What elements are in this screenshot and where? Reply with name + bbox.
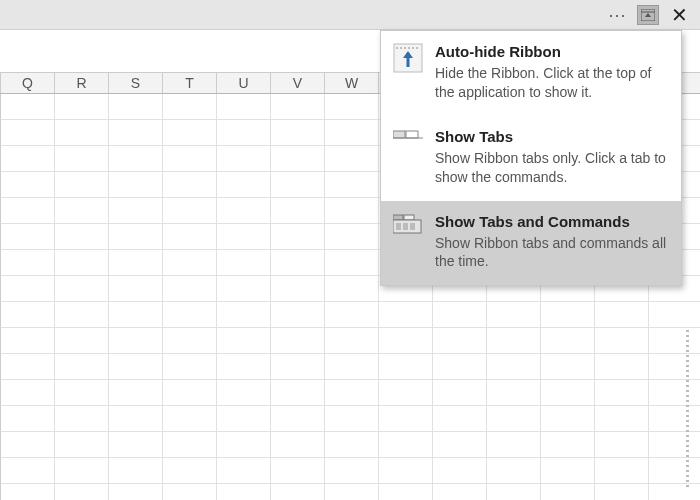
cell[interactable]	[163, 198, 217, 224]
cell[interactable]	[271, 198, 325, 224]
cell[interactable]	[649, 380, 700, 406]
vertical-scrollbar[interactable]	[684, 330, 692, 490]
cell[interactable]	[109, 94, 163, 120]
cell[interactable]	[1, 302, 55, 328]
cell[interactable]	[109, 328, 163, 354]
cell[interactable]	[271, 94, 325, 120]
cell[interactable]	[271, 484, 325, 500]
cell[interactable]	[163, 224, 217, 250]
cell[interactable]	[55, 276, 109, 302]
cell[interactable]	[163, 354, 217, 380]
cell[interactable]	[487, 458, 541, 484]
cell[interactable]	[271, 250, 325, 276]
cell[interactable]	[649, 458, 700, 484]
cell[interactable]	[163, 406, 217, 432]
cell[interactable]	[55, 94, 109, 120]
column-header[interactable]: R	[55, 73, 109, 93]
cell[interactable]	[217, 120, 271, 146]
cell[interactable]	[1, 406, 55, 432]
cell[interactable]	[649, 406, 700, 432]
cell[interactable]	[55, 172, 109, 198]
cell[interactable]	[271, 328, 325, 354]
column-header[interactable]: W	[325, 73, 379, 93]
cell[interactable]	[325, 484, 379, 500]
cell[interactable]	[325, 198, 379, 224]
cell[interactable]	[55, 380, 109, 406]
cell[interactable]	[325, 458, 379, 484]
cell[interactable]	[109, 276, 163, 302]
cell[interactable]	[109, 380, 163, 406]
cell[interactable]	[433, 432, 487, 458]
cell[interactable]	[217, 250, 271, 276]
cell[interactable]	[217, 484, 271, 500]
cell[interactable]	[379, 432, 433, 458]
close-button[interactable]: ✕	[665, 3, 694, 27]
cell[interactable]	[163, 250, 217, 276]
cell[interactable]	[217, 406, 271, 432]
cell[interactable]	[595, 380, 649, 406]
cell[interactable]	[271, 302, 325, 328]
cell[interactable]	[55, 328, 109, 354]
cell[interactable]	[595, 328, 649, 354]
cell[interactable]	[379, 406, 433, 432]
cell[interactable]	[433, 458, 487, 484]
cell[interactable]	[55, 484, 109, 500]
column-header[interactable]: T	[163, 73, 217, 93]
cell[interactable]	[1, 484, 55, 500]
cell[interactable]	[109, 406, 163, 432]
cell[interactable]	[541, 406, 595, 432]
cell[interactable]	[217, 146, 271, 172]
cell[interactable]	[271, 120, 325, 146]
cell[interactable]	[649, 354, 700, 380]
cell[interactable]	[487, 380, 541, 406]
cell[interactable]	[163, 94, 217, 120]
cell[interactable]	[163, 276, 217, 302]
cell[interactable]	[55, 406, 109, 432]
cell[interactable]	[487, 432, 541, 458]
cell[interactable]	[1, 172, 55, 198]
cell[interactable]	[595, 458, 649, 484]
cell[interactable]	[55, 120, 109, 146]
cell[interactable]	[325, 406, 379, 432]
cell[interactable]	[487, 354, 541, 380]
ribbon-display-options-button[interactable]	[637, 5, 659, 25]
cell[interactable]	[109, 120, 163, 146]
cell[interactable]	[325, 432, 379, 458]
cell[interactable]	[325, 94, 379, 120]
cell[interactable]	[217, 198, 271, 224]
cell[interactable]	[379, 302, 433, 328]
cell[interactable]	[487, 406, 541, 432]
cell[interactable]	[649, 484, 700, 500]
cell[interactable]	[433, 406, 487, 432]
cell[interactable]	[379, 484, 433, 500]
cell[interactable]	[433, 380, 487, 406]
cell[interactable]	[325, 302, 379, 328]
cell[interactable]	[325, 146, 379, 172]
cell[interactable]	[109, 172, 163, 198]
cell[interactable]	[55, 250, 109, 276]
cell[interactable]	[379, 354, 433, 380]
cell[interactable]	[271, 406, 325, 432]
cell[interactable]	[1, 328, 55, 354]
cell[interactable]	[55, 198, 109, 224]
menu-item-show-tabs-and-commands[interactable]: Show Tabs and Commands Show Ribbon tabs …	[381, 201, 681, 286]
cell[interactable]	[271, 432, 325, 458]
cell[interactable]	[541, 302, 595, 328]
cell[interactable]	[109, 302, 163, 328]
cell[interactable]	[379, 328, 433, 354]
cell[interactable]	[1, 94, 55, 120]
cell[interactable]	[163, 172, 217, 198]
column-header[interactable]: S	[109, 73, 163, 93]
cell[interactable]	[595, 302, 649, 328]
cell[interactable]	[487, 302, 541, 328]
cell[interactable]	[163, 458, 217, 484]
cell[interactable]	[541, 484, 595, 500]
cell[interactable]	[1, 198, 55, 224]
cell[interactable]	[541, 432, 595, 458]
cell[interactable]	[55, 146, 109, 172]
cell[interactable]	[541, 380, 595, 406]
cell[interactable]	[109, 484, 163, 500]
cell[interactable]	[595, 406, 649, 432]
cell[interactable]	[1, 120, 55, 146]
cell[interactable]	[217, 328, 271, 354]
